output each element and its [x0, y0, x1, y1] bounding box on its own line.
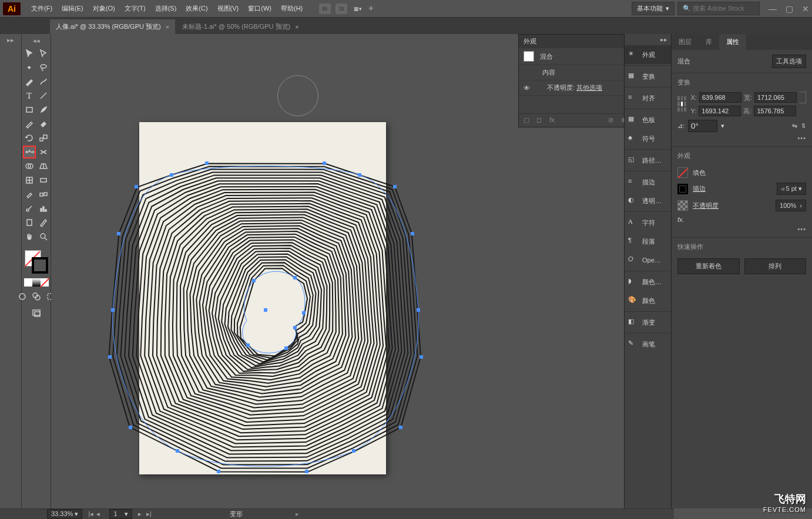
scale-tool[interactable] [37, 132, 50, 144]
opacity-value[interactable]: 100% › [776, 200, 806, 211]
rocket-icon[interactable]: ✈ [368, 5, 374, 12]
opacity-label[interactable]: 不透明度 [693, 201, 719, 210]
bridge-icon[interactable]: Br [319, 4, 331, 14]
blend-tool[interactable] [37, 188, 50, 201]
stroke-swatch[interactable] [32, 257, 48, 274]
dock-swatches[interactable]: ▦色板 [625, 110, 671, 129]
dock-collapse-icon[interactable]: ▸▸ [625, 34, 671, 45]
curvature-tool[interactable] [37, 75, 50, 88]
shape-builder-tool[interactable] [23, 160, 36, 173]
selection-tool[interactable] [23, 47, 36, 60]
zoom-tool[interactable] [37, 230, 50, 243]
opacity-swatch[interactable] [677, 200, 688, 211]
dock-symbols[interactable]: ♣符号 [625, 129, 671, 148]
stroke-swatch[interactable] [677, 184, 688, 194]
reference-point[interactable] [677, 96, 686, 112]
free-transform-tool[interactable] [37, 146, 50, 159]
artboard-tool[interactable] [23, 216, 36, 229]
dock-align[interactable]: ≡对齐 [625, 89, 671, 107]
draw-normal[interactable] [16, 290, 29, 303]
slice-tool[interactable] [37, 216, 50, 229]
hand-tool[interactable] [23, 230, 36, 243]
width-input[interactable] [754, 92, 797, 103]
line-tool[interactable] [37, 89, 50, 102]
dock-character[interactable]: A字符 [625, 213, 671, 232]
tool-options-button[interactable]: 工具选项 [772, 55, 806, 68]
close-icon[interactable]: × [166, 23, 169, 31]
perspective-tool[interactable] [37, 160, 50, 173]
visibility-icon[interactable]: 👁 [524, 85, 534, 92]
link-wh-icon[interactable] [799, 92, 806, 103]
minimize-button[interactable]: ― [769, 4, 777, 14]
arrange-icon[interactable]: ▦▾ [352, 4, 364, 14]
duplicate-icon[interactable]: ⊕ [621, 116, 624, 124]
eraser-tool[interactable] [37, 117, 50, 130]
y-input[interactable] [699, 106, 741, 116]
clear-icon[interactable]: ⊘ [608, 116, 616, 124]
dock-gradient[interactable]: ◧渐变 [625, 313, 671, 332]
screen-mode[interactable] [30, 306, 43, 319]
tab-layers[interactable]: 图层 [672, 34, 699, 50]
symbol-sprayer-tool[interactable] [23, 202, 36, 215]
first-artboard[interactable]: |◂ [88, 510, 95, 518]
document-tab-active[interactable]: 人像.ai* @ 33.33% (RGB/GPU 预览)× [50, 19, 175, 34]
magic-wand-tool[interactable]: ✦ [23, 61, 36, 74]
menu-view[interactable]: 视图(V) [213, 4, 244, 13]
status-play-icon[interactable]: ▸ [296, 510, 299, 518]
contents-label[interactable]: 内容 [542, 68, 555, 77]
dock-colorguide[interactable]: ◗颜色… [625, 272, 671, 291]
menu-window[interactable]: 窗口(W) [243, 4, 276, 13]
stroke-icon[interactable]: ◻ [536, 116, 545, 124]
arrange-button[interactable]: 排列 [744, 258, 807, 274]
stroke-weight[interactable]: ◃ 5 pt ▾ [777, 183, 806, 195]
blend-artwork[interactable] [101, 146, 430, 474]
expand-icon[interactable]: ▸▸ [0, 34, 21, 46]
menu-file[interactable]: 文件(F) [26, 4, 57, 13]
opacity-link[interactable]: 其他选项 [576, 84, 602, 91]
tab-libraries[interactable]: 库 [699, 34, 719, 50]
close-icon[interactable]: × [295, 23, 298, 31]
height-input[interactable] [754, 106, 796, 116]
rectangle-tool[interactable] [23, 103, 36, 116]
pen-tool[interactable] [23, 75, 36, 88]
zoom-selector[interactable]: 33.33% ▾ [47, 509, 82, 519]
recolor-button[interactable]: 重新着色 [677, 258, 740, 274]
stroke-label[interactable]: 描边 [693, 184, 706, 193]
tab-properties[interactable]: 属性 [719, 34, 746, 50]
more-options-icon[interactable]: ••• [797, 134, 806, 141]
fx-button[interactable]: fx. [677, 216, 685, 223]
x-input[interactable] [699, 92, 741, 103]
document-tab-inactive[interactable]: 未标题-1.ai* @ 50% (RGB/GPU 预览)× [176, 19, 305, 34]
toolbar-collapse-icon[interactable]: ◂◂ [33, 37, 40, 45]
menu-help[interactable]: 帮助(H) [276, 4, 307, 13]
next-artboard[interactable]: ▸ [138, 510, 145, 518]
menu-object[interactable]: 对象(O) [88, 4, 120, 13]
workspace-selector[interactable]: 基本功能▾ [632, 2, 675, 15]
width-tool[interactable] [23, 146, 36, 159]
canvas[interactable]: 外观 ▸▸ ≡ 混合 内容 👁 不透明度: 其他选项 ▢ ◻ fx. [51, 34, 624, 508]
eyedropper-tool[interactable] [23, 188, 36, 201]
dock-opentype[interactable]: OOpe… [625, 251, 671, 269]
dock-stroke[interactable]: ≡描边 [625, 173, 671, 191]
fx-icon[interactable]: fx. [549, 116, 558, 124]
search-input[interactable]: 🔍 搜索 Adobe Stock [677, 2, 760, 15]
graph-tool[interactable] [37, 202, 50, 215]
menu-effect[interactable]: 效果(C) [181, 4, 212, 13]
paintbrush-tool[interactable] [37, 103, 50, 116]
appearance-panel[interactable]: 外观 ▸▸ ≡ 混合 内容 👁 不透明度: 其他选项 ▢ ◻ fx. [518, 34, 624, 127]
fill-swatch[interactable] [677, 167, 688, 178]
gradient-tool[interactable] [37, 174, 50, 187]
last-artboard[interactable]: ▸| [146, 510, 153, 518]
flip-v-icon[interactable]: ⥮ [801, 122, 806, 130]
dock-pathfinder[interactable]: ◱路径… [625, 151, 671, 170]
color-proxy[interactable] [25, 250, 48, 274]
rotate-tool[interactable] [23, 132, 36, 144]
menu-edit[interactable]: 编辑(E) [57, 4, 88, 13]
shaper-tool[interactable] [23, 117, 36, 130]
prev-artboard[interactable]: ◂ [96, 510, 103, 518]
close-button[interactable]: ✕ [802, 4, 809, 14]
angle-input[interactable] [688, 120, 717, 132]
flip-h-icon[interactable]: ⇋ [792, 122, 797, 130]
dock-appearance[interactable]: ☀外观 [625, 45, 671, 64]
dock-brushes[interactable]: ✎画笔 [625, 335, 671, 353]
